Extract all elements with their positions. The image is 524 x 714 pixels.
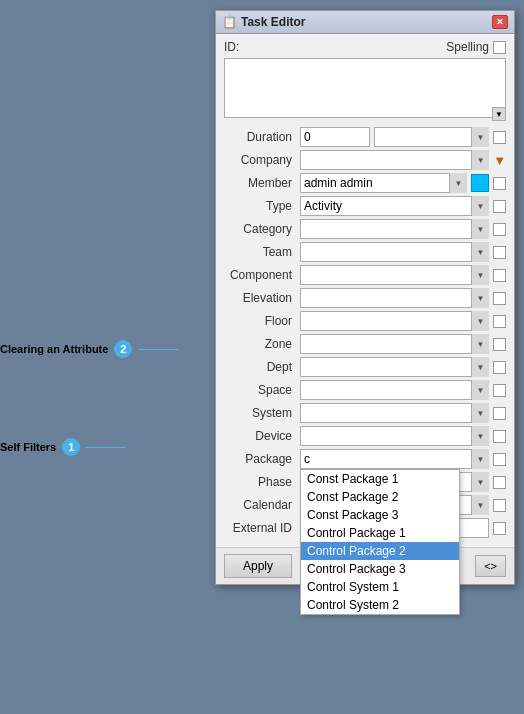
space-select-wrap: ▼ [300, 380, 489, 400]
type-select-wrap: Activity ▼ [300, 196, 489, 216]
device-row: Device ▼ [224, 426, 506, 446]
dropdown-item-4[interactable]: Control Package 2 [301, 542, 459, 560]
space-checkbox[interactable] [493, 384, 506, 397]
close-button[interactable]: ✕ [492, 15, 508, 29]
space-label: Space [224, 383, 296, 397]
team-select[interactable] [300, 242, 489, 262]
system-select-wrap: ▼ [300, 403, 489, 423]
component-select[interactable] [300, 265, 489, 285]
task-editor-dialog: 📋 Task Editor ✕ ID: Spelling ▼ [215, 10, 515, 585]
phase-checkbox[interactable] [493, 476, 506, 489]
dropdown-item-7[interactable]: Control System 2 [301, 596, 459, 614]
device-label: Device [224, 429, 296, 443]
description-textarea[interactable] [224, 58, 506, 118]
arrow-button[interactable]: <> [475, 555, 506, 577]
calendar-dropdown-arrow[interactable]: ▼ [471, 495, 489, 515]
duration-checkbox[interactable] [493, 131, 506, 144]
elevation-row: Elevation ▼ [224, 288, 506, 308]
elevation-dropdown-arrow[interactable]: ▼ [471, 288, 489, 308]
self-filters-line [86, 447, 126, 448]
company-dropdown-arrow[interactable]: ▼ [471, 150, 489, 170]
team-dropdown-arrow[interactable]: ▼ [471, 242, 489, 262]
textarea-scroll-button[interactable]: ▼ [492, 107, 506, 121]
elevation-label: Elevation [224, 291, 296, 305]
device-checkbox[interactable] [493, 430, 506, 443]
device-select-wrap: ▼ [300, 426, 489, 446]
floor-dropdown-arrow[interactable]: ▼ [471, 311, 489, 331]
dropdown-item-5[interactable]: Control Package 3 [301, 560, 459, 578]
team-checkbox[interactable] [493, 246, 506, 259]
system-dropdown-arrow[interactable]: ▼ [471, 403, 489, 423]
dropdown-item-3[interactable]: Control Package 1 [301, 524, 459, 542]
type-row: Type Activity ▼ [224, 196, 506, 216]
duration-dropdown-arrow[interactable]: ▼ [471, 127, 489, 147]
dropdown-item-0[interactable]: Const Package 1 [301, 470, 459, 488]
type-checkbox[interactable] [493, 200, 506, 213]
dept-row: Dept ▼ [224, 357, 506, 377]
type-dropdown-arrow[interactable]: ▼ [471, 196, 489, 216]
dept-checkbox[interactable] [493, 361, 506, 374]
dropdown-item-2[interactable]: Const Package 3 [301, 506, 459, 524]
dialog-content: ID: Spelling ▼ Duration ▼ [216, 34, 514, 547]
type-label: Type [224, 199, 296, 213]
system-checkbox[interactable] [493, 407, 506, 420]
self-filters-badge: 1 [62, 438, 80, 456]
elevation-select-wrap: ▼ [300, 288, 489, 308]
floor-checkbox[interactable] [493, 315, 506, 328]
system-row: System ▼ [224, 403, 506, 423]
member-color-box[interactable] [471, 174, 489, 192]
package-label: Package [224, 452, 296, 466]
device-select[interactable] [300, 426, 489, 446]
package-input[interactable] [300, 449, 489, 469]
system-label: System [224, 406, 296, 420]
system-select[interactable] [300, 403, 489, 423]
category-checkbox[interactable] [493, 223, 506, 236]
member-label: Member [224, 176, 296, 190]
spelling-row: Spelling [446, 40, 506, 54]
dept-select[interactable] [300, 357, 489, 377]
company-filter-icon: ▼ [493, 153, 506, 168]
zone-dropdown-arrow[interactable]: ▼ [471, 334, 489, 354]
component-dropdown-arrow[interactable]: ▼ [471, 265, 489, 285]
clearing-annotation: Clearing an Attribute 2 [0, 340, 178, 358]
elevation-select[interactable] [300, 288, 489, 308]
device-dropdown-arrow[interactable]: ▼ [471, 426, 489, 446]
floor-row: Floor ▼ [224, 311, 506, 331]
annotations-container: Clearing an Attribute 2 Self Filters 1 [0, 340, 178, 456]
apply-button[interactable]: Apply [224, 554, 292, 578]
dept-dropdown-arrow[interactable]: ▼ [471, 357, 489, 377]
company-label: Company [224, 153, 296, 167]
clearing-label: Clearing an Attribute [0, 343, 108, 355]
dept-label: Dept [224, 360, 296, 374]
member-checkbox[interactable] [493, 177, 506, 190]
duration-input[interactable] [300, 127, 370, 147]
task-icon: 📋 [222, 15, 237, 29]
calendar-checkbox[interactable] [493, 499, 506, 512]
outer-wrapper: Clearing an Attribute 2 Self Filters 1 📋… [0, 0, 524, 714]
package-dropdown-arrow[interactable]: ▼ [471, 449, 489, 469]
id-label: ID: [224, 40, 264, 54]
category-dropdown-arrow[interactable]: ▼ [471, 219, 489, 239]
member-select[interactable]: admin admin [300, 173, 467, 193]
floor-select[interactable] [300, 311, 489, 331]
spelling-checkbox[interactable] [493, 41, 506, 54]
space-select[interactable] [300, 380, 489, 400]
zone-row: Zone ▼ [224, 334, 506, 354]
external-id-label: External ID [224, 521, 296, 535]
phase-dropdown-arrow[interactable]: ▼ [471, 472, 489, 492]
zone-checkbox[interactable] [493, 338, 506, 351]
category-select[interactable] [300, 219, 489, 239]
dropdown-item-1[interactable]: Const Package 2 [301, 488, 459, 506]
type-select[interactable]: Activity [300, 196, 489, 216]
description-area-wrapper: ▼ [224, 58, 506, 121]
package-checkbox[interactable] [493, 453, 506, 466]
external-id-checkbox[interactable] [493, 522, 506, 535]
company-select[interactable] [300, 150, 489, 170]
component-checkbox[interactable] [493, 269, 506, 282]
member-dropdown-arrow[interactable]: ▼ [449, 173, 467, 193]
dropdown-item-6[interactable]: Control System 1 [301, 578, 459, 596]
self-filters-annotation: Self Filters 1 [0, 438, 178, 456]
space-dropdown-arrow[interactable]: ▼ [471, 380, 489, 400]
elevation-checkbox[interactable] [493, 292, 506, 305]
zone-select[interactable] [300, 334, 489, 354]
